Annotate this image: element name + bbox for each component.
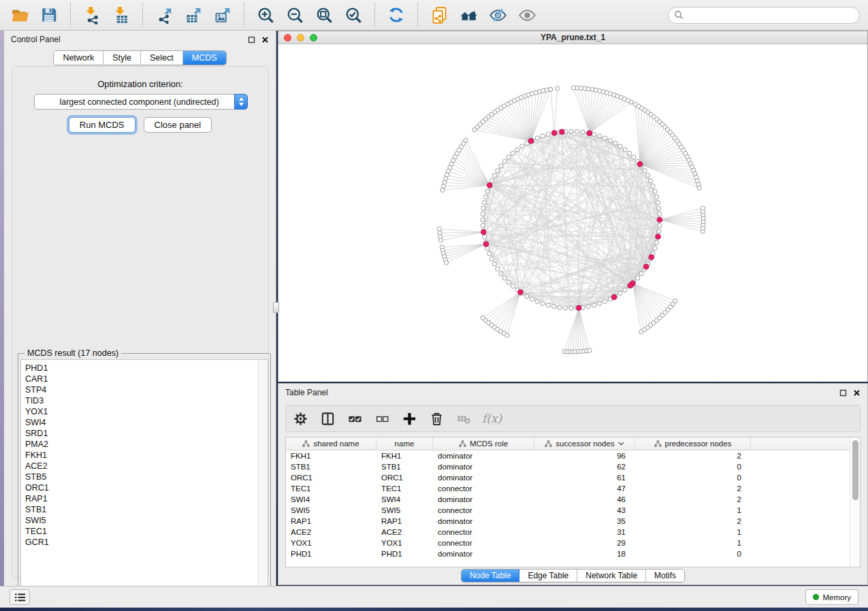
mcds-result-item[interactable]: STB1	[25, 504, 258, 515]
clone-network-button[interactable]	[428, 3, 451, 27]
show-details-button[interactable]	[515, 3, 539, 27]
import-network-button[interactable]	[80, 3, 103, 27]
criterion-select[interactable]: largest connected component (undirected)	[34, 94, 248, 110]
close-panel-icon[interactable]	[261, 35, 269, 44]
mcds-result-item[interactable]: ORC1	[25, 482, 258, 493]
export-image-icon	[214, 6, 232, 24]
nested-networks-button[interactable]	[457, 3, 480, 27]
table-row[interactable]: RAP1 RAP1 dominator 35 2	[286, 516, 850, 527]
tab-node-table[interactable]: Node Table	[462, 569, 520, 582]
table-row[interactable]: YOX1 YOX1 connector 29 1	[286, 538, 850, 548]
toolbar-separator	[142, 3, 143, 27]
zoom-fit-icon	[315, 6, 334, 24]
network-view[interactable]	[278, 44, 867, 382]
table-row[interactable]: TEC1 TEC1 connector 47 2	[286, 483, 850, 494]
mcds-result-item[interactable]: PMA2	[25, 439, 258, 450]
import-table-icon	[112, 6, 131, 24]
export-image-button[interactable]	[211, 3, 234, 27]
mcds-result-item[interactable]: RAP1	[25, 493, 258, 504]
mcds-result-item[interactable]: TEC1	[25, 526, 258, 537]
network-window-title: YPA_prune.txt_1	[278, 33, 867, 42]
tab-network[interactable]: Network	[54, 51, 103, 65]
show-columns-button[interactable]	[319, 410, 336, 427]
export-network-button[interactable]	[152, 3, 176, 27]
log-console-button[interactable]	[10, 589, 30, 605]
mcds-result-item[interactable]: TID3	[25, 395, 258, 406]
table-scrollbar-thumb[interactable]	[852, 440, 858, 500]
delete-table-icon	[456, 411, 472, 427]
network-window-titlebar[interactable]: YPA_prune.txt_1	[278, 31, 867, 44]
mcds-result-item[interactable]: ACE2	[25, 461, 258, 472]
memory-status-icon	[813, 594, 819, 600]
refresh-button[interactable]	[385, 3, 408, 27]
close-panel-button[interactable]: Close panel	[144, 117, 212, 133]
mcds-result-item[interactable]: YOX1	[25, 406, 258, 417]
column-header-mcds-role[interactable]: MCDS role	[433, 437, 534, 450]
float-panel-icon[interactable]	[839, 389, 847, 397]
float-panel-icon[interactable]	[247, 35, 255, 44]
table-scrollbar[interactable]	[850, 437, 860, 567]
mcds-result-item[interactable]: CAR1	[25, 374, 258, 384]
table-row[interactable]: PHD1 PHD1 dominator 18 0	[286, 548, 850, 559]
deselect-all-icon	[375, 412, 389, 426]
close-panel-icon[interactable]	[852, 389, 861, 397]
table-row[interactable]: ORC1 ORC1 dominator 61 0	[286, 472, 850, 483]
export-table-button[interactable]	[182, 3, 205, 27]
zoom-out-icon	[286, 6, 304, 24]
mcds-result-item[interactable]: STP4	[25, 384, 258, 395]
zoom-in-button[interactable]	[254, 3, 277, 27]
mcds-result-item[interactable]: STB5	[25, 472, 258, 482]
open-file-button[interactable]	[8, 3, 31, 27]
tab-motifs[interactable]: Motifs	[646, 569, 684, 582]
column-header-predecessor-nodes[interactable]: predecessor nodes	[635, 437, 751, 450]
table-row[interactable]: STB1 STB1 dominator 62 0	[286, 461, 850, 472]
node-table: shared name name MCDS role	[285, 437, 861, 567]
network-window: YPA_prune.txt_1	[278, 31, 868, 382]
hide-details-button[interactable]	[486, 3, 509, 27]
mcds-result-item[interactable]: SRD1	[25, 428, 258, 439]
table-row[interactable]: SWI4 SWI4 dominator 46 2	[286, 494, 850, 505]
tab-select[interactable]: Select	[141, 51, 183, 65]
zoom-fit-button[interactable]	[312, 3, 336, 27]
table-settings-button[interactable]	[291, 410, 309, 427]
run-mcds-button[interactable]: Run MCDS	[69, 117, 135, 133]
delete-table-button[interactable]	[455, 410, 472, 427]
save-button[interactable]	[37, 3, 61, 27]
memory-button[interactable]: Memory	[805, 589, 858, 605]
table-row[interactable]: ACE2 ACE2 connector 31 1	[286, 527, 850, 538]
column-header-name[interactable]: name	[376, 437, 433, 450]
mcds-result-item[interactable]: SWI5	[25, 515, 258, 526]
mcds-result-item[interactable]: FKH1	[25, 450, 258, 461]
panel-splitter-handle[interactable]	[273, 302, 279, 313]
select-stepper-icon	[234, 94, 248, 110]
table-row[interactable]: SWI5 SWI5 connector 43 1	[286, 505, 850, 516]
search-input[interactable]	[687, 10, 854, 20]
main-toolbar	[0, 0, 868, 31]
column-header-successor-nodes[interactable]: successor nodes	[534, 437, 635, 450]
zoom-selected-button[interactable]	[342, 3, 365, 27]
mcds-result-item[interactable]: SWI4	[25, 417, 258, 428]
mcds-result-item[interactable]: PHD1	[25, 363, 258, 374]
function-builder-button[interactable]: f(x)	[482, 412, 502, 425]
network-canvas[interactable]	[278, 44, 867, 382]
search-box[interactable]	[668, 7, 860, 24]
zoom-out-button[interactable]	[283, 3, 306, 27]
import-table-button[interactable]	[110, 3, 133, 27]
zoom-selected-icon	[344, 6, 363, 24]
select-all-button[interactable]	[346, 410, 364, 427]
table-row[interactable]: FKH1 FKH1 dominator 96 2	[286, 450, 850, 461]
add-column-button[interactable]	[400, 410, 418, 427]
delete-column-button[interactable]	[428, 410, 445, 427]
column-header-shared-name[interactable]: shared name	[286, 437, 376, 450]
tab-mcds[interactable]: MCDS	[183, 51, 226, 65]
columns-icon	[320, 411, 336, 427]
result-list-scrollbar[interactable]	[258, 360, 268, 602]
toolbar-separator	[244, 3, 244, 27]
table-header-row: shared name name MCDS role	[286, 437, 850, 450]
deselect-all-button[interactable]	[373, 410, 391, 427]
mcds-result-list[interactable]: PHD1CAR1STP4TID3YOX1SWI4SRD1PMA2FKH1ACE2…	[21, 360, 258, 602]
tab-style[interactable]: Style	[103, 51, 141, 65]
mcds-result-item[interactable]: GCR1	[25, 537, 258, 548]
tab-network-table[interactable]: Network Table	[577, 569, 646, 582]
tab-edge-table[interactable]: Edge Table	[519, 569, 577, 582]
